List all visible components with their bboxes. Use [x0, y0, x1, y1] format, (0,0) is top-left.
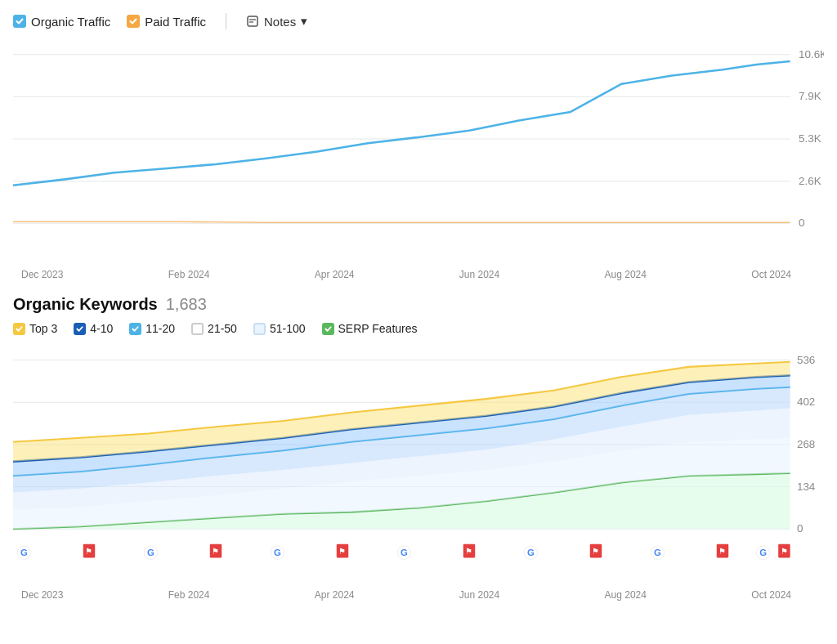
traffic-chart: 10.6K 7.9K 5.3K 2.6K 0 Dec 2023 Feb 2024…	[13, 38, 824, 280]
kw-x-label-5: Oct 2024	[751, 589, 791, 601]
chart1-x-labels: Dec 2023 Feb 2024 Apr 2024 Jun 2024 Aug …	[13, 266, 824, 280]
svg-text:G: G	[654, 548, 661, 557]
svg-text:G: G	[274, 548, 281, 557]
organic-traffic-legend[interactable]: Organic Traffic	[13, 15, 110, 29]
top3-checkbox[interactable]	[13, 323, 25, 335]
x-label-5: Oct 2024	[751, 269, 791, 280]
keywords-chart-svg: 536 402 268 134 0 G G G	[13, 345, 824, 586]
svg-text:268: 268	[797, 438, 815, 450]
x-label-1: Feb 2024	[168, 269, 210, 280]
kw-x-label-1: Feb 2024	[168, 589, 210, 601]
kw-top3-legend[interactable]: Top 3	[13, 322, 57, 335]
keywords-count: 1,683	[166, 295, 207, 314]
x-label-3: Jun 2024	[459, 269, 499, 280]
paid-label: Paid Traffic	[145, 15, 206, 29]
svg-text:5.3K: 5.3K	[799, 132, 821, 145]
svg-text:⚑: ⚑	[593, 547, 600, 556]
section-title-text: Organic Keywords	[13, 295, 158, 314]
kw51100-label: 51-100	[270, 322, 306, 335]
kw-x-label-0: Dec 2023	[21, 589, 63, 601]
svg-text:2.6K: 2.6K	[799, 175, 821, 187]
flag-icon-2: ⚑	[210, 544, 222, 558]
x-label-0: Dec 2023	[21, 269, 63, 280]
flag-icon-4: ⚑	[463, 544, 475, 558]
flag-icon-6: ⚑	[717, 544, 728, 558]
notes-icon	[246, 15, 259, 28]
kw-410-legend[interactable]: 4-10	[74, 322, 113, 335]
svg-text:⚑: ⚑	[466, 547, 473, 556]
kw51100-checkbox[interactable]	[253, 323, 266, 335]
flag-icon-3: ⚑	[337, 544, 348, 558]
kw410-label: 4-10	[90, 322, 113, 335]
notes-chevron: ▾	[301, 14, 307, 29]
serp-checkbox[interactable]	[322, 323, 334, 335]
kw-x-label-2: Apr 2024	[315, 589, 355, 601]
svg-text:0: 0	[797, 522, 803, 534]
keywords-legend: Top 3 4-10 11-20 21-50 51-100 SERP Featu…	[13, 322, 824, 335]
svg-text:G: G	[759, 548, 767, 557]
kw1120-checkbox[interactable]	[129, 323, 141, 335]
organic-keywords-title: Organic Keywords 1,683	[13, 295, 824, 314]
kw-x-label-4: Aug 2024	[605, 589, 647, 601]
google-icon-3: G	[271, 546, 284, 560]
svg-text:G: G	[401, 548, 408, 557]
x-label-4: Aug 2024	[605, 269, 647, 280]
svg-rect-0	[248, 16, 257, 26]
svg-text:7.9K: 7.9K	[799, 90, 821, 102]
svg-text:⚑: ⚑	[781, 547, 788, 556]
kw-2150-legend[interactable]: 21-50	[191, 322, 237, 335]
svg-text:536: 536	[797, 354, 815, 366]
flag-icon-5: ⚑	[590, 544, 602, 558]
google-icon-6: G	[651, 546, 665, 560]
svg-text:⚑: ⚑	[719, 547, 727, 556]
flag-icon-1: ⚑	[83, 544, 95, 558]
google-icon-1: G	[17, 546, 31, 560]
traffic-chart-svg: 10.6K 7.9K 5.3K 2.6K 0	[13, 38, 824, 266]
kw-51100-legend[interactable]: 51-100	[253, 322, 306, 335]
google-icon-5: G	[524, 546, 538, 560]
notes-label: Notes	[264, 15, 296, 29]
svg-text:G: G	[147, 548, 154, 557]
paid-traffic-legend[interactable]: Paid Traffic	[127, 15, 206, 29]
svg-text:10.6K: 10.6K	[799, 48, 824, 60]
keywords-chart: 536 402 268 134 0 G G G	[13, 345, 824, 601]
legend-divider	[226, 13, 226, 29]
organic-label: Organic Traffic	[31, 15, 110, 29]
kw-x-label-3: Jun 2024	[459, 589, 499, 601]
svg-text:402: 402	[797, 396, 815, 408]
google-icon-2: G	[144, 546, 158, 560]
svg-text:134: 134	[797, 481, 816, 493]
google-icon-4: G	[397, 546, 411, 560]
top-legend: Organic Traffic Paid Traffic Notes ▾	[13, 13, 824, 29]
notes-button[interactable]: Notes ▾	[246, 14, 307, 29]
kw-1120-legend[interactable]: 11-20	[129, 322, 175, 335]
organic-checkbox[interactable]	[13, 15, 26, 28]
top3-label: Top 3	[29, 322, 57, 335]
svg-text:G: G	[527, 548, 535, 557]
svg-text:⚑: ⚑	[339, 547, 347, 556]
serp-features-legend[interactable]: SERP Features	[322, 322, 418, 335]
svg-text:⚑: ⚑	[85, 547, 92, 556]
kw2150-label: 21-50	[208, 322, 237, 335]
svg-text:G: G	[20, 548, 28, 557]
serp-label: SERP Features	[338, 322, 418, 335]
kw1120-label: 11-20	[145, 322, 175, 335]
kw2150-checkbox[interactable]	[191, 323, 204, 335]
paid-checkbox[interactable]	[127, 15, 140, 28]
x-label-2: Apr 2024	[315, 269, 355, 280]
chart2-x-labels: Dec 2023 Feb 2024 Apr 2024 Jun 2024 Aug …	[13, 586, 824, 601]
flag-icon-7: ⚑	[778, 544, 790, 558]
google-icon-7: G	[756, 546, 770, 560]
svg-text:0: 0	[799, 217, 804, 229]
kw410-checkbox[interactable]	[74, 323, 86, 335]
svg-text:⚑: ⚑	[213, 547, 220, 556]
